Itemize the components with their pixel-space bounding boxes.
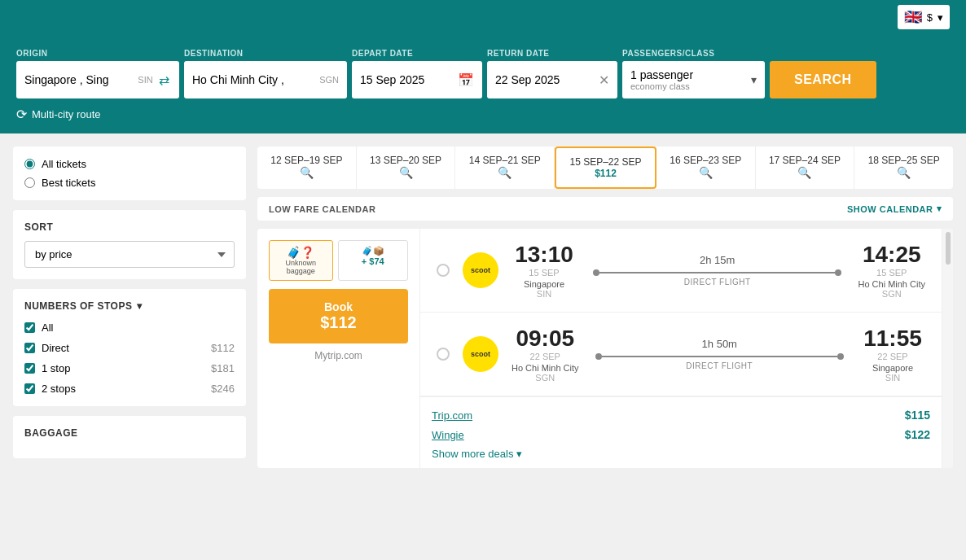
date-tab-1[interactable]: 13 SEP–20 SEP 🔍 bbox=[357, 147, 456, 189]
ticket-type-section: All tickets Best tickets bbox=[13, 147, 246, 200]
origin-code: SIN bbox=[138, 75, 152, 85]
date-tab-1-search-icon[interactable]: 🔍 bbox=[363, 166, 449, 179]
baggage-label: BAGGAGE bbox=[24, 427, 235, 439]
stops-header[interactable]: NUMBERS OF STOPS ▾ bbox=[24, 300, 235, 312]
segment-0-radio[interactable] bbox=[437, 264, 450, 277]
flight-segment-0: scoot 13:10 15 SEP Singapore SIN bbox=[420, 229, 942, 313]
class-value: economy class bbox=[630, 81, 746, 91]
search-row: ORIGIN SIN ⇄ DESTINATION SGN DEPART DATE… bbox=[16, 49, 950, 98]
date-tab-0-search-icon[interactable]: 🔍 bbox=[264, 166, 349, 179]
depart-field-group: DEPART DATE 📅 bbox=[352, 49, 482, 98]
date-tab-4-search-icon[interactable]: 🔍 bbox=[663, 166, 749, 179]
line-bar-0 bbox=[599, 272, 835, 273]
arr-code-0: SGN bbox=[858, 289, 925, 299]
direct-label-0: DIRECT FLIGHT bbox=[593, 278, 841, 287]
card-scrollbar[interactable] bbox=[942, 229, 953, 468]
date-tab-2-range: 14 SEP–21 SEP bbox=[462, 155, 547, 166]
book-price: $112 bbox=[280, 313, 397, 332]
arr-time-0: 14:25 15 SEP Ho Chi Minh City SGN bbox=[858, 242, 925, 299]
date-tab-0[interactable]: 12 SEP–19 SEP 🔍 bbox=[257, 147, 357, 189]
baggage-opt-unknown[interactable]: 🧳❓ Unknown baggage bbox=[269, 240, 333, 281]
passengers-chevron-icon[interactable]: ▾ bbox=[751, 73, 757, 86]
topbar: 🇬🇧 $ ▾ bbox=[0, 0, 966, 34]
date-tab-5-search-icon[interactable]: 🔍 bbox=[762, 166, 848, 179]
passengers-label: PASSENGERS/CLASS bbox=[622, 49, 765, 58]
direct-label-1: DIRECT FLIGHT bbox=[595, 361, 844, 370]
arr-city-0: Ho Chi Minh City bbox=[858, 279, 925, 289]
airline-logo-1: scoot bbox=[463, 336, 503, 372]
arr-code-1: SIN bbox=[860, 373, 925, 383]
deal-source-1[interactable]: Wingie bbox=[432, 429, 464, 441]
low-fare-bar: LOW FARE CALENDAR SHOW CALENDAR ▾ bbox=[257, 197, 953, 221]
segment-1-radio[interactable] bbox=[437, 348, 450, 361]
stop-1-label: 1 stop bbox=[42, 362, 204, 374]
currency-selector[interactable]: 🇬🇧 $ ▾ bbox=[898, 5, 950, 29]
clear-return-icon[interactable]: ✕ bbox=[599, 72, 609, 88]
date-tab-6-search-icon[interactable]: 🔍 bbox=[861, 166, 946, 179]
multi-city-icon: ⟳ bbox=[16, 107, 27, 122]
stop-2-label: 2 stops bbox=[42, 383, 204, 395]
sort-section: SORT by price bbox=[13, 210, 246, 279]
arr-time-value-1: 11:55 bbox=[860, 326, 925, 352]
date-tabs: 12 SEP–19 SEP 🔍 13 SEP–20 SEP 🔍 14 SEP–2… bbox=[257, 147, 953, 189]
arr-city-1: Singapore bbox=[860, 363, 925, 373]
origin-field-group: ORIGIN SIN ⇄ bbox=[16, 49, 179, 98]
stop-1[interactable]: 1 stop $181 bbox=[24, 362, 235, 374]
stop-2[interactable]: 2 stops $246 bbox=[24, 383, 235, 395]
stop-all-checkbox[interactable] bbox=[24, 322, 35, 333]
date-tab-5[interactable]: 17 SEP–24 SEP 🔍 bbox=[756, 147, 855, 189]
deals-section: Trip.com $115 Wingie $122 Show more deal… bbox=[420, 396, 942, 468]
search-button[interactable]: SEARCH bbox=[770, 61, 876, 98]
deal-price-1: $122 bbox=[905, 428, 930, 441]
origin-input[interactable] bbox=[24, 73, 133, 86]
calendar-icon[interactable]: 📅 bbox=[458, 72, 474, 88]
dep-time-1: 09:05 22 SEP Ho Chi Minh City SGN bbox=[512, 326, 579, 383]
deal-source-0[interactable]: Trip.com bbox=[432, 409, 472, 422]
return-input-wrapper[interactable]: ✕ bbox=[487, 61, 617, 98]
show-calendar-button[interactable]: SHOW CALENDAR ▾ bbox=[847, 203, 942, 214]
stop-direct-checkbox[interactable] bbox=[24, 343, 35, 353]
depart-input[interactable] bbox=[360, 73, 450, 86]
stop-2-checkbox[interactable] bbox=[24, 383, 35, 394]
depart-input-wrapper[interactable]: 📅 bbox=[352, 61, 482, 98]
multi-city-route[interactable]: ⟳ Multi-city route bbox=[16, 107, 950, 122]
show-more-deals[interactable]: Show more deals ▾ bbox=[432, 448, 930, 460]
swap-icon[interactable]: ⇄ bbox=[158, 71, 171, 89]
date-tab-3[interactable]: 15 SEP–22 SEP $112 bbox=[555, 147, 656, 189]
extra-bag-price: + $74 bbox=[345, 256, 402, 266]
dest-field-group: DESTINATION SGN bbox=[184, 49, 347, 98]
stop-1-checkbox[interactable] bbox=[24, 363, 35, 374]
line-dot-end-0 bbox=[835, 269, 841, 276]
currency-chevron-icon: ▾ bbox=[937, 11, 943, 24]
dep-date-1: 22 SEP bbox=[512, 352, 579, 361]
best-tickets-option[interactable]: Best tickets bbox=[24, 177, 235, 189]
dest-input[interactable] bbox=[192, 73, 314, 86]
return-input[interactable] bbox=[495, 73, 594, 86]
all-tickets-radio[interactable] bbox=[24, 159, 35, 169]
flight-info-wrapper: scoot 13:10 15 SEP Singapore SIN bbox=[420, 229, 942, 468]
stop-all[interactable]: All bbox=[24, 322, 235, 334]
book-button[interactable]: Book $112 bbox=[269, 289, 408, 343]
sort-select[interactable]: by price bbox=[24, 241, 235, 268]
dep-city-1: Ho Chi Minh City bbox=[512, 363, 579, 373]
all-tickets-option[interactable]: All tickets bbox=[24, 158, 235, 170]
dest-input-wrapper[interactable]: SGN bbox=[184, 61, 347, 98]
extra-bag-icon: 🧳📦 bbox=[345, 246, 402, 256]
scoot-logo: scoot bbox=[463, 252, 498, 288]
best-tickets-radio[interactable] bbox=[24, 177, 35, 188]
passengers-input-wrapper[interactable]: 1 passenger economy class ▾ bbox=[622, 61, 765, 98]
low-fare-label: LOW FARE CALENDAR bbox=[269, 204, 375, 214]
stop-direct[interactable]: Direct $112 bbox=[24, 342, 235, 354]
show-calendar-chevron-icon: ▾ bbox=[937, 203, 942, 214]
date-tab-2[interactable]: 14 SEP–21 SEP 🔍 bbox=[455, 147, 555, 189]
date-tab-4[interactable]: 16 SEP–23 SEP 🔍 bbox=[656, 147, 756, 189]
baggage-opt-extra[interactable]: 🧳📦 + $74 bbox=[338, 240, 409, 281]
airline-logo-0: scoot bbox=[463, 252, 503, 288]
date-tab-2-search-icon[interactable]: 🔍 bbox=[462, 166, 547, 179]
flight-segment-1: scoot 09:05 22 SEP Ho Chi Minh City SGN bbox=[420, 313, 942, 396]
dep-date-0: 15 SEP bbox=[512, 268, 577, 278]
dest-label: DESTINATION bbox=[184, 49, 347, 58]
date-tab-6[interactable]: 18 SEP–25 SEP 🔍 bbox=[854, 147, 953, 189]
line-dot-start-0 bbox=[593, 269, 599, 276]
origin-input-wrapper[interactable]: SIN ⇄ bbox=[16, 61, 179, 98]
